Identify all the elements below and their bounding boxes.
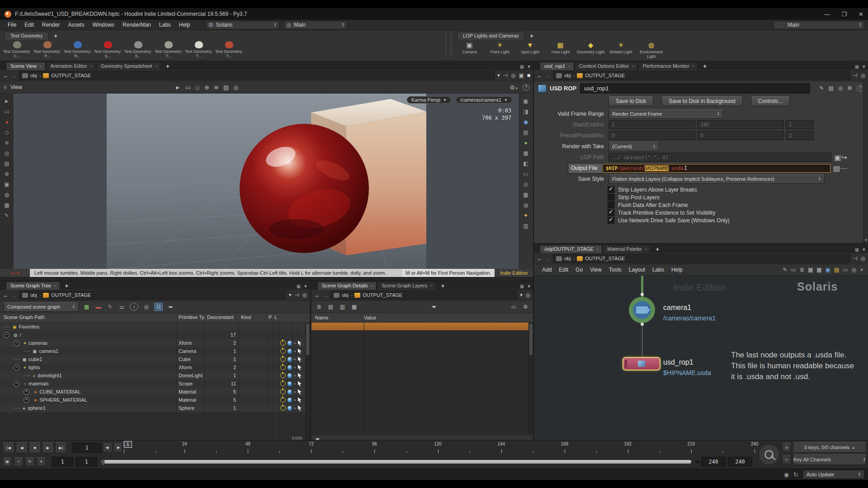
param-field[interactable]: 1 [786,120,814,129]
tree-row-cameras[interactable]: −+camerasXform2 [0,339,310,347]
chevron-down-icon[interactable]: ▼ [519,292,524,298]
new-shelf-tab-button[interactable]: + [525,32,538,40]
viewport-tool-icon[interactable]: ≋ [5,140,9,146]
shelf-tool[interactable]: Test Geometry: T... [214,40,244,61]
viewport-display-icon[interactable]: ▦ [523,150,528,156]
viewport-tool-icon[interactable]: ▦ [4,202,9,208]
shelf-tool-environment-light[interactable]: ◍Environment Light [636,40,666,61]
selectable-cursor-icon[interactable] [297,348,302,354]
close-tab-icon[interactable]: × [156,64,158,68]
close-tab-icon[interactable]: × [693,64,695,68]
radial-menu-icon[interactable]: ◎ [511,72,515,79]
renderer-pill[interactable]: Karma Persp▼ [407,96,451,103]
close-tab-icon[interactable]: × [90,64,92,68]
network-menu-tools[interactable]: Tools [605,266,625,274]
network-menu-add[interactable]: Add [538,266,555,274]
expand-collapse-icon[interactable]: − [4,332,9,338]
range-end-field[interactable]: 240 [701,457,726,467]
spinner-icon[interactable]: ▲▼ [818,177,821,181]
pane-menu-chevron-icon[interactable]: ▼ [527,64,531,69]
list-view-icon[interactable]: ≣ [315,303,323,310]
node-flags[interactable] [625,360,627,368]
checkbox-flush-data-after-each-frame[interactable] [608,202,614,208]
selectable-cursor-icon[interactable] [297,357,302,362]
forward-icon[interactable]: → [11,292,17,298]
param-field[interactable]: 0 [697,131,784,140]
range-slider-handle[interactable] [102,459,104,465]
selectable-cursor-icon[interactable] [297,397,302,403]
tab-performance-monitor[interactable]: Performance Monitor× [638,62,698,70]
expand-collapse-icon[interactable]: − [14,381,19,387]
activation-toggle-icon[interactable] [280,373,286,378]
new-tab-button[interactable]: + [651,245,664,253]
forward-icon[interactable]: → [545,73,551,79]
list-icon[interactable]: ≣ [800,267,804,273]
col-name[interactable]: Name [311,315,364,320]
save-icon[interactable]: ▤ [833,164,840,173]
zoom-sel-icon[interactable]: ◎ [142,303,150,310]
current-frame-field[interactable]: 1 [72,443,102,453]
network-menu-help[interactable]: Help [668,266,686,274]
network-canvas[interactable]: Indie Edition Solaris camera1 /cameras/c… [534,276,868,440]
tree-row-sphere-material[interactable]: +∗SPHERE_MATERIALMaterial5 [0,396,310,404]
viewport-display-icon[interactable]: ◎ [524,181,528,188]
shelf-tab-test-geometry[interactable]: Test Geometry [5,32,49,40]
sync-icon[interactable]: ↻ [25,457,34,466]
col-scene-graph-path[interactable]: Scene Graph Path [4,314,45,320]
path-field[interactable]: obj › OUTPUT_STAGE [553,254,850,263]
viewport-display-icon[interactable]: ✦ [524,212,528,219]
keys-summary-button[interactable]: 0 keys, 0/0 channels▲ [793,442,866,453]
jump-to-node-icon[interactable]: ↪ [841,153,847,162]
new-shelf-tab-button[interactable]: + [50,32,62,40]
usd-rop1-node-label[interactable]: usd_rop1 [663,358,693,366]
snap-icon[interactable]: ⊕ [204,84,209,91]
tab-geometry-spreadsheet[interactable]: Geometry Spreadsheet× [96,62,161,70]
select-icon[interactable]: ► [175,84,181,91]
wrench-icon[interactable]: ✎ [783,267,787,273]
viewport-display-icon[interactable]: ▣ [523,98,528,104]
shelf-set-selector[interactable]: ⋮⋮ Main ▲▼ [773,21,864,29]
path-field[interactable]: obj › OUTPUT_STAGE [330,291,517,300]
selectable-cursor-icon[interactable] [297,340,302,346]
viewport-canvas[interactable]: Karma Persp▼ /cameras/camera1▼ 0:03 706 … [14,94,519,269]
menu-labs[interactable]: Labs [155,21,175,29]
back-icon[interactable]: ← [537,256,542,262]
close-tab-icon[interactable]: × [597,247,599,251]
usd-rop1-node[interactable] [623,357,660,371]
breadcrumb[interactable]: obj [342,292,349,298]
close-button[interactable]: ✕ [859,11,863,18]
pane-maximize-icon[interactable]: ▦ [855,64,859,69]
activation-toggle-icon[interactable] [280,389,286,394]
close-tab-icon[interactable]: × [40,64,42,68]
range-slider[interactable] [101,460,691,464]
viewport-tool-icon[interactable]: ⊕ [5,171,9,177]
tree-row-cube-material[interactable]: +∗CUBE_MATERIALMaterial5 [0,388,310,396]
shelf-tool-area-light[interactable]: ▦Area Light [545,40,576,61]
tab-animation-editor[interactable]: Animation Editor× [46,62,96,70]
viewport-display-icon[interactable]: ◉ [524,119,528,125]
go-end-button[interactable]: ▶| [55,442,67,453]
node-chooser-icon[interactable]: ▣ [834,153,841,162]
path-field[interactable]: obj › OUTPUT_STAGE [19,71,495,80]
close-tab-icon[interactable]: × [371,284,373,288]
breadcrumb[interactable]: OUTPUT_STAGE [51,73,91,78]
close-tab-icon[interactable]: × [568,64,571,68]
camera1-node[interactable] [629,297,655,323]
controls--button[interactable]: Controls... [751,96,790,106]
tree-row-materials[interactable]: −○materialsScope11 [0,380,310,388]
tab-usd-rop1[interactable]: usd_rop1× [540,62,574,70]
spinner-icon[interactable]: ▲▼ [653,144,656,149]
selectable-cursor-icon[interactable] [297,373,302,379]
viewport-display-icon[interactable]: ▭ [523,171,528,177]
key-scope-dropdown[interactable]: Key All Channels▲▼ [793,454,866,465]
recook-icon[interactable]: ↻ [793,471,798,478]
col-l[interactable]: L [274,314,277,320]
viewport-display-icon[interactable]: ▩ [523,192,528,198]
param-field[interactable]: 1 [786,131,814,140]
multi-snap-icon[interactable]: ≋ [214,84,219,91]
checkbox-strip-layers-above-layer-breaks[interactable]: ✓ [608,186,614,193]
spinner-icon[interactable]: ▲▼ [342,23,344,27]
new-tab-button[interactable]: + [698,62,711,70]
tab-material-palette[interactable]: Material Palette× [603,245,651,253]
expand-collapse-icon[interactable]: + [24,397,29,403]
